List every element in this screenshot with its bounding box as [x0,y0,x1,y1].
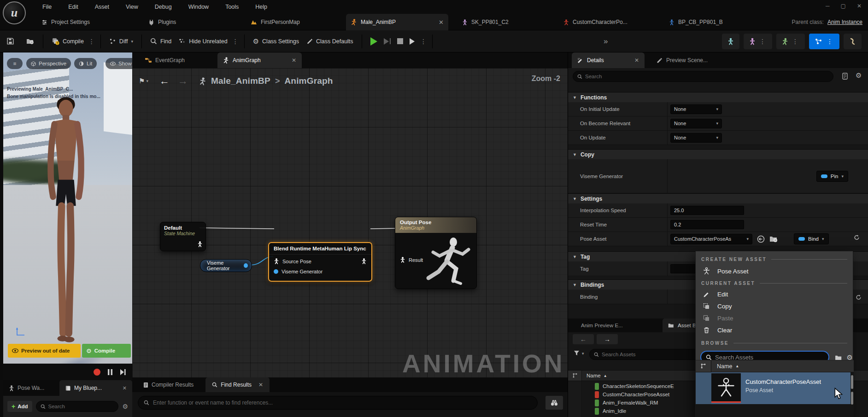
section-settings[interactable]: ▼Settings [568,193,868,203]
pause-icon[interactable] [108,369,112,375]
bookmark-icon[interactable]: ⚑▾ [139,77,148,85]
asset-nav-back-icon[interactable]: ← [573,334,594,344]
find-button[interactable]: Find [147,34,175,49]
persona-animation-button[interactable]: ⋮ [776,34,805,49]
tab-animgraph[interactable]: AnimGraph ✕ [217,52,302,68]
tab-sk-pp801-c2[interactable]: SK_PP801_C2 [457,14,513,30]
toolbar-overflow-icon[interactable]: » [604,37,608,46]
play-icon[interactable] [370,37,377,46]
node-default-statemachine[interactable]: Default State Machine [160,222,206,251]
name-column-header[interactable]: Name [586,373,601,378]
node-blend-metahuman-lipsync[interactable]: Blend Runtime MetaHuman Lip Sync Source … [268,242,372,282]
project-settings-button[interactable]: Project Settings [37,14,94,30]
on-update-select[interactable]: None▾ [670,133,722,143]
pose-pin-icon[interactable] [197,241,203,247]
section-functions[interactable]: ▼Functions [568,92,868,102]
find-in-blueprints-button[interactable] [545,396,563,410]
tab-close-icon[interactable]: ✕ [258,382,263,388]
tab-pose-watch[interactable]: Pose Wa... [3,380,59,396]
menu-asset-row-selected[interactable]: CustomCharacterPoseAsset Pose Asset [696,372,850,404]
animgraph-canvas[interactable]: ANIMATION Default State Machine Blend Ru… [132,68,568,377]
details-search[interactable] [573,71,833,82]
nav-back-icon[interactable]: ← [159,75,170,87]
menu-item-clear[interactable]: Clear [696,324,853,336]
filter-icon[interactable]: ▾ [574,350,584,356]
persona-graph-options-icon[interactable]: ⋮ [826,38,834,45]
class-settings-button[interactable]: ⚙ Class Settings [249,34,303,49]
asset-nav-forward-icon[interactable]: → [597,334,618,344]
tab-firstpersonmap[interactable]: FirstPersonMap [246,14,305,30]
persona-mesh-button[interactable]: ⋮ [744,34,772,49]
show-button[interactable]: Show [106,58,132,69]
persona-physics-button[interactable] [844,34,862,49]
tab-customcharacterpose[interactable]: CustomCharacterPo... [559,14,632,30]
tab-my-blueprint[interactable]: My Bluep... ✕ [59,380,132,396]
compile-options-icon[interactable]: ⋮ [88,38,96,45]
pose-output-pin-icon[interactable] [361,258,367,264]
find-references-search[interactable] [138,396,538,410]
record-icon[interactable] [94,369,100,376]
source-hierarchy-icon[interactable] [696,360,711,372]
find-references-input[interactable] [153,400,532,406]
menu-view[interactable]: View [126,4,138,10]
tab-anim-preview-editor[interactable]: Anim Preview E... [575,319,628,332]
node-viseme-generator-variable[interactable]: Viseme Generator [200,259,252,272]
stop-icon[interactable] [397,38,403,44]
interpolation-speed-field[interactable]: 25.0 [670,206,744,215]
nav-forward-icon[interactable]: → [178,75,188,87]
on-become-relevant-select[interactable]: None▾ [670,119,722,128]
add-button[interactable]: + Add [7,401,32,412]
plugins-button[interactable]: Plugins [144,14,181,30]
menu-item-copy[interactable]: Copy [696,300,853,312]
tab-details[interactable]: Details ✕ [572,52,645,68]
scrollbar-thumb[interactable] [851,375,853,389]
node-output-pose[interactable]: Output Pose AnimGraph Result [395,217,477,289]
minimize-icon[interactable]: ─ [826,3,830,9]
menu-debug[interactable]: Debug [155,4,172,10]
tab-bp-cb-pp801-b[interactable]: BP_CB_PP801_B [664,14,727,30]
viewport-menu-button[interactable]: ≡ [7,58,23,69]
tab-eventgraph[interactable]: EventGraph [140,52,190,68]
pose-asset-combo[interactable]: CustomCharacterPoseAs▾ [670,234,752,244]
browse-to-asset-icon[interactable] [26,38,35,45]
breadcrumb-root[interactable]: Male_AnimBP [211,76,270,86]
details-settings-gear-icon[interactable]: ⚙ [856,71,862,80]
my-blueprint-search-input[interactable] [48,404,114,409]
pose-pin-icon[interactable] [274,258,279,264]
tab-male-animbp[interactable]: Male_AnimBP ✕ [346,14,448,30]
class-defaults-button[interactable]: Class Defaults [303,34,357,49]
reset-to-default-icon[interactable] [855,294,862,301]
hide-unrelated-options-icon[interactable]: ⋮ [231,38,240,45]
menu-item-pose-asset[interactable]: Pose Asset [696,264,853,278]
display-filter-icon[interactable] [842,73,848,80]
on-initial-update-select[interactable]: None▾ [670,104,722,114]
browse-asset-icon[interactable] [769,235,778,243]
breadcrumb-current[interactable]: AnimGraph [284,76,333,86]
viseme-pin-dropdown[interactable]: Pin▾ [816,171,848,182]
save-icon[interactable] [6,37,14,45]
reset-time-field[interactable]: 0.2 [670,220,744,229]
preview-out-of-date-button[interactable]: Preview out of date [8,344,81,358]
step-forward-icon[interactable] [120,369,126,375]
menu-tools[interactable]: Tools [225,4,239,10]
scrollbar-thumb[interactable] [851,392,853,405]
menu-file[interactable]: File [42,4,52,10]
close-icon[interactable]: ✕ [857,3,862,9]
persona-animation-options-icon[interactable]: ⋮ [791,38,799,45]
reset-to-default-icon[interactable] [853,234,860,241]
perspective-button[interactable]: Perspective [26,58,71,69]
persona-graph-button-active[interactable]: ⋮ [809,34,839,49]
menu-help[interactable]: Help [255,4,267,10]
tab-close-icon[interactable]: ✕ [439,19,444,26]
source-hierarchy-icon[interactable] [568,371,582,381]
persona-skeleton-button[interactable] [722,34,739,49]
preview-viewport[interactable]: ≡ Perspective Lit Show Previewing Male_A… [3,52,132,417]
frame-skip-icon[interactable] [384,38,391,45]
use-selected-asset-icon[interactable] [757,235,765,243]
tab-preview-scene[interactable]: Preview Scene... [651,52,713,68]
tab-close-icon[interactable]: ✕ [292,57,296,64]
menu-item-edit[interactable]: Edit [696,288,853,300]
advance-icon[interactable] [410,38,415,45]
viewport-compile-button[interactable]: ⚙ Compile [82,344,131,358]
lit-button[interactable]: Lit [74,58,97,69]
